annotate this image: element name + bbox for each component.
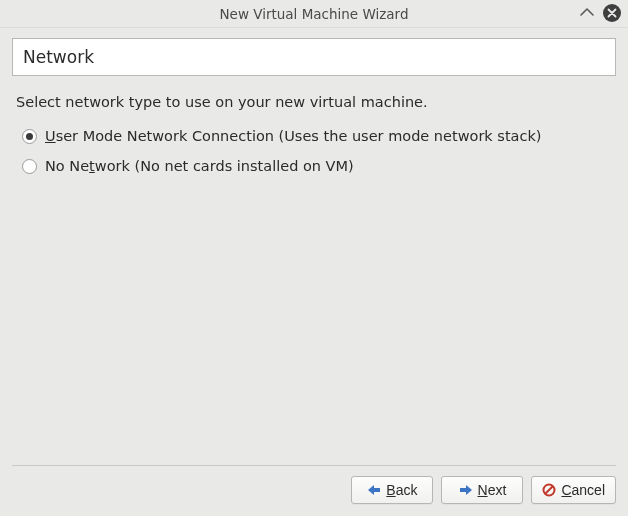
back-button-label: Back <box>386 482 417 498</box>
svg-rect-2 <box>460 488 467 492</box>
page-heading-box: Network <box>12 38 616 76</box>
button-row: Back Next Cancel <box>0 476 628 516</box>
window-title: New Virtual Machine Wizard <box>0 6 628 22</box>
separator <box>12 465 616 466</box>
radio-no-network-label: No Network (No net cards installed on VM… <box>45 158 354 174</box>
radio-no-network[interactable]: No Network (No net cards installed on VM… <box>22 158 616 174</box>
svg-rect-1 <box>373 488 380 492</box>
next-button[interactable]: Next <box>441 476 523 504</box>
page-heading: Network <box>23 47 605 67</box>
radio-indicator <box>22 159 37 174</box>
radio-user-mode[interactable]: User Mode Network Connection (Uses the u… <box>22 128 616 144</box>
radio-user-mode-label: User Mode Network Connection (Uses the u… <box>45 128 542 144</box>
svg-line-4 <box>546 486 554 494</box>
instruction-text: Select network type to use on your new v… <box>16 94 612 110</box>
cancel-button[interactable]: Cancel <box>531 476 616 504</box>
titlebar: New Virtual Machine Wizard <box>0 0 628 28</box>
content-area: Network Select network type to use on yo… <box>0 28 628 476</box>
wizard-window: New Virtual Machine Wizard Network Selec… <box>0 0 628 516</box>
arrow-left-icon <box>367 484 381 496</box>
next-button-label: Next <box>478 482 507 498</box>
cancel-button-label: Cancel <box>561 482 605 498</box>
arrow-right-icon <box>459 484 473 496</box>
network-options: User Mode Network Connection (Uses the u… <box>22 128 616 174</box>
cancel-icon <box>542 483 556 497</box>
spacer <box>12 174 616 465</box>
back-button[interactable]: Back <box>351 476 433 504</box>
radio-indicator <box>22 129 37 144</box>
minimize-icon[interactable] <box>578 4 596 22</box>
window-controls <box>578 3 622 23</box>
close-icon[interactable] <box>602 3 622 23</box>
